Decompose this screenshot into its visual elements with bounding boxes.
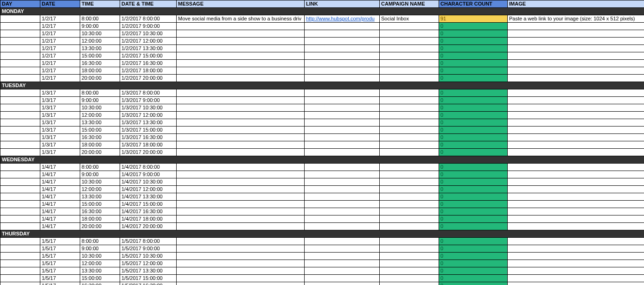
cell-day[interactable] [0, 164, 40, 171]
cell-datetime[interactable]: 1/4/2017 10:30:00 [120, 178, 177, 186]
cell-link[interactable] [305, 164, 380, 171]
cell-link[interactable] [305, 45, 380, 52]
cell-message[interactable] [177, 201, 305, 208]
cell-link[interactable] [305, 215, 380, 223]
cell-campaign[interactable] [380, 275, 439, 282]
cell-image[interactable] [508, 282, 644, 285]
cell-campaign[interactable] [380, 238, 439, 245]
cell-campaign[interactable] [380, 112, 439, 119]
cell-link[interactable] [305, 38, 380, 45]
cell-message[interactable] [177, 127, 305, 134]
cell-link[interactable] [305, 104, 380, 112]
cell-datetime[interactable]: 1/4/2017 20:00:00 [120, 223, 177, 230]
cell-image[interactable] [508, 260, 644, 267]
cell-datetime[interactable]: 1/4/2017 9:00:00 [120, 171, 177, 178]
cell-charcount[interactable]: 0 [439, 223, 508, 230]
cell-time[interactable]: 15:00:00 [80, 275, 120, 282]
cell-datetime[interactable]: 1/3/2017 15:00:00 [120, 127, 177, 134]
cell-datetime[interactable]: 1/3/2017 9:00:00 [120, 97, 177, 104]
cell-message[interactable] [177, 149, 305, 156]
cell-date[interactable]: 1/4/17 [40, 201, 80, 208]
cell-image[interactable] [508, 134, 644, 141]
cell-image[interactable] [508, 223, 644, 230]
cell-message[interactable] [177, 52, 305, 60]
cell-date[interactable]: 1/2/17 [40, 52, 80, 60]
cell-date[interactable]: 1/2/17 [40, 23, 80, 30]
cell-time[interactable]: 13:30:00 [80, 45, 120, 52]
cell-image[interactable] [508, 52, 644, 60]
table-row[interactable]: 1/2/1713:30:001/2/2017 13:30:000 [0, 45, 644, 52]
cell-charcount[interactable]: 0 [439, 201, 508, 208]
cell-link[interactable] [305, 275, 380, 282]
cell-time[interactable]: 10:30:00 [80, 104, 120, 112]
cell-message[interactable] [177, 89, 305, 97]
cell-campaign[interactable] [380, 67, 439, 75]
cell-day[interactable] [0, 245, 40, 253]
cell-image[interactable] [508, 112, 644, 119]
cell-image[interactable] [508, 119, 644, 127]
cell-image[interactable] [508, 164, 644, 171]
cell-campaign[interactable] [380, 223, 439, 230]
cell-day[interactable] [0, 186, 40, 193]
cell-campaign[interactable] [380, 245, 439, 253]
cell-day[interactable] [0, 215, 40, 223]
cell-charcount[interactable]: 0 [439, 164, 508, 171]
table-row[interactable]: 1/2/179:00:001/2/2017 9:00:000 [0, 23, 644, 30]
cell-image[interactable] [508, 208, 644, 215]
cell-campaign[interactable] [380, 104, 439, 112]
table-row[interactable]: 1/2/1710:30:001/2/2017 10:30:000 [0, 30, 644, 38]
cell-message[interactable] [177, 164, 305, 171]
cell-datetime[interactable]: 1/5/2017 8:00:00 [120, 238, 177, 245]
cell-datetime[interactable]: 1/2/2017 9:00:00 [120, 23, 177, 30]
table-row[interactable]: 1/2/1720:00:001/2/2017 20:00:000 [0, 75, 644, 82]
cell-time[interactable]: 9:00:00 [80, 97, 120, 104]
cell-campaign[interactable] [380, 171, 439, 178]
cell-link[interactable] [305, 253, 380, 260]
cell-time[interactable]: 8:00:00 [80, 15, 120, 23]
table-row[interactable]: 1/4/1713:30:001/4/2017 13:30:000 [0, 193, 644, 201]
cell-date[interactable]: 1/4/17 [40, 208, 80, 215]
cell-day[interactable] [0, 171, 40, 178]
cell-time[interactable]: 18:00:00 [80, 215, 120, 223]
cell-datetime[interactable]: 1/4/2017 15:00:00 [120, 201, 177, 208]
cell-date[interactable]: 1/2/17 [40, 30, 80, 38]
cell-charcount[interactable]: 0 [439, 97, 508, 104]
cell-charcount[interactable]: 0 [439, 149, 508, 156]
cell-time[interactable]: 13:30:00 [80, 267, 120, 275]
cell-charcount[interactable]: 0 [439, 67, 508, 75]
cell-campaign[interactable] [380, 38, 439, 45]
cell-message[interactable] [177, 104, 305, 112]
table-row[interactable]: 1/5/1713:30:001/5/2017 13:30:000 [0, 267, 644, 275]
cell-message[interactable] [177, 193, 305, 201]
cell-date[interactable]: 1/2/17 [40, 45, 80, 52]
table-row[interactable]: 1/4/1712:00:001/4/2017 12:00:000 [0, 186, 644, 193]
cell-date[interactable]: 1/3/17 [40, 104, 80, 112]
cell-campaign[interactable] [380, 149, 439, 156]
cell-message[interactable] [177, 275, 305, 282]
cell-datetime[interactable]: 1/3/2017 18:00:00 [120, 141, 177, 149]
cell-time[interactable]: 12:00:00 [80, 112, 120, 119]
table-row[interactable]: 1/4/1716:30:001/4/2017 16:30:000 [0, 208, 644, 215]
cell-date[interactable]: 1/2/17 [40, 75, 80, 82]
cell-day[interactable] [0, 89, 40, 97]
cell-time[interactable]: 10:30:00 [80, 178, 120, 186]
cell-message[interactable] [177, 75, 305, 82]
cell-date[interactable]: 1/4/17 [40, 193, 80, 201]
cell-charcount[interactable]: 0 [439, 23, 508, 30]
cell-datetime[interactable]: 1/2/2017 12:00:00 [120, 38, 177, 45]
cell-campaign[interactable] [380, 119, 439, 127]
cell-datetime[interactable]: 1/2/2017 16:30:00 [120, 60, 177, 67]
table-row[interactable]: 1/5/179:00:001/5/2017 9:00:000 [0, 245, 644, 253]
cell-image[interactable] [508, 97, 644, 104]
cell-campaign[interactable] [380, 260, 439, 267]
cell-campaign[interactable] [380, 134, 439, 141]
cell-day[interactable] [0, 60, 40, 67]
cell-image[interactable] [508, 193, 644, 201]
cell-day[interactable] [0, 267, 40, 275]
table-row[interactable]: 1/4/1710:30:001/4/2017 10:30:000 [0, 178, 644, 186]
cell-date[interactable]: 1/3/17 [40, 89, 80, 97]
cell-image[interactable] [508, 238, 644, 245]
cell-charcount[interactable]: 0 [439, 104, 508, 112]
cell-time[interactable]: 20:00:00 [80, 75, 120, 82]
cell-charcount[interactable]: 0 [439, 38, 508, 45]
